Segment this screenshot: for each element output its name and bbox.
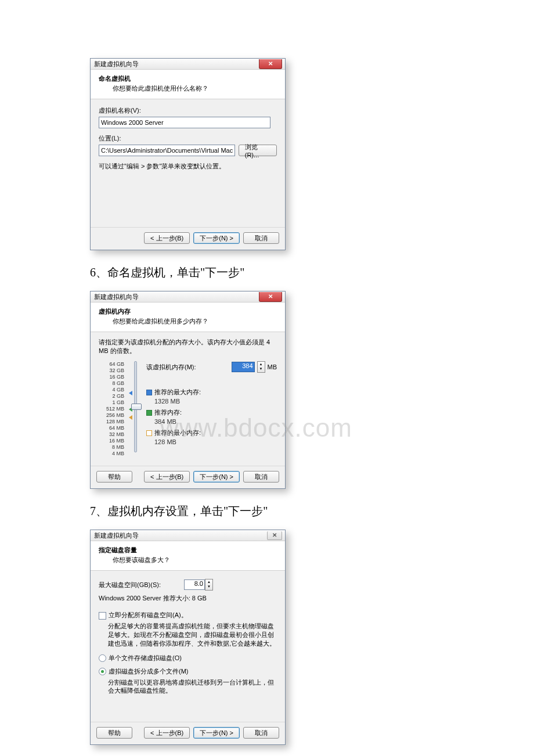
- cancel-button[interactable]: 取消: [243, 471, 279, 483]
- memory-unit: MB: [268, 363, 277, 370]
- vm-name-label: 虚拟机名称(V):: [99, 106, 277, 115]
- disk-size-spinner[interactable]: 8.0: [184, 579, 205, 590]
- marker-max-icon: [129, 391, 132, 395]
- window-title: 新建虚拟机向导: [94, 60, 139, 69]
- edit-hint: 可以通过"编辑 > 参数"菜单来改变默认位置。: [99, 162, 277, 171]
- browse-button[interactable]: 浏览(R)...: [239, 145, 277, 156]
- rec-min-row: 推荐的最小内存:: [146, 429, 277, 437]
- window-title: 新建虚拟机向导: [94, 531, 139, 540]
- window-title: 新建虚拟机向导: [94, 293, 139, 301]
- next-button[interactable]: 下一步(N) >: [193, 727, 240, 739]
- dialog-disk-size: 新建虚拟机向导 ✕ 指定磁盘容量 你想要该磁盘多大？ 最大磁盘空间(GB)(S)…: [90, 530, 286, 745]
- memory-field-label: 该虚拟机内存(M):: [146, 363, 229, 372]
- location-label: 位置(L):: [99, 134, 277, 143]
- cancel-button[interactable]: 取消: [243, 232, 279, 244]
- next-button[interactable]: 下一步(N) >: [193, 232, 240, 244]
- rec-max-row: 推荐的最大内存:: [146, 388, 277, 397]
- dialog-header: 虚拟机内存 你想要给此虚拟机使用多少内存？: [91, 303, 285, 332]
- memory-intro: 请指定要为该虚拟机分配的内存大小。该内存大小值必须是 4 MB 的倍数。: [99, 338, 277, 355]
- caption-7: 7、虚拟机内存设置，单击"下一步": [90, 503, 444, 519]
- memory-spinner[interactable]: 384: [232, 362, 255, 372]
- alloc-all-checkbox[interactable]: [99, 612, 106, 620]
- titlebar: 新建虚拟机向导 ✕: [91, 291, 285, 303]
- button-row: 帮助 < 上一步(B) 下一步(N) > 取消: [91, 722, 285, 744]
- help-button[interactable]: 帮助: [96, 727, 132, 739]
- rec-value: 384 MB: [154, 418, 277, 425]
- back-button[interactable]: < 上一步(B): [144, 471, 190, 483]
- rec-row: 推荐内存:: [146, 408, 277, 417]
- memory-scale: 64 GB 32 GB 16 GB 8 GB 4 GB 2 GB 1 GB 51…: [99, 361, 124, 457]
- rec-min-value: 128 MB: [154, 438, 277, 445]
- single-file-radio[interactable]: [99, 654, 106, 662]
- button-row: < 上一步(B) 下一步(N) > 取消: [91, 227, 285, 250]
- location-input[interactable]: [99, 145, 235, 156]
- dialog-header: 命名虚拟机 你想要给此虚拟机使用什么名称？: [91, 70, 285, 99]
- memory-slider[interactable]: [130, 361, 140, 457]
- split-file-row[interactable]: 虚拟磁盘拆分成多个文件(M): [99, 667, 277, 676]
- next-button[interactable]: 下一步(N) >: [193, 471, 240, 483]
- alloc-all-row[interactable]: 立即分配所有磁盘空间(A)。: [99, 611, 277, 620]
- dialog-vm-memory: 新建虚拟机向导 ✕ 虚拟机内存 你想要给此虚拟机使用多少内存？ 请指定要为该虚拟…: [90, 291, 286, 489]
- recommended-size: Windows 2000 Server 推荐大小: 8 GB: [99, 594, 277, 603]
- button-row: 帮助 < 上一步(B) 下一步(N) > 取消: [91, 466, 285, 488]
- rec-max-value: 1328 MB: [154, 398, 277, 405]
- dialog-header: 指定磁盘容量 你想要该磁盘多大？: [91, 541, 285, 571]
- close-icon[interactable]: ✕: [267, 531, 282, 540]
- dialog-name-vm: 新建虚拟机向导 ✕ 命名虚拟机 你想要给此虚拟机使用什么名称？ 虚拟机名称(V)…: [90, 58, 286, 250]
- spinner-buttons[interactable]: ▲▼: [205, 579, 213, 591]
- slider-thumb[interactable]: [131, 404, 142, 410]
- close-icon[interactable]: ✕: [259, 292, 282, 302]
- alloc-all-desc: 分配足够大的容量将提高虚拟机性能，但要求主机物理磁盘足够大。如现在不分配磁盘空间…: [108, 622, 277, 648]
- header-title: 指定磁盘容量: [99, 546, 277, 555]
- marker-min-icon: [129, 415, 132, 420]
- header-subtitle: 你想要给此虚拟机使用什么名称？: [113, 84, 277, 93]
- cancel-button[interactable]: 取消: [243, 727, 279, 739]
- caption-6: 6、命名虚拟机，单击"下一步": [90, 265, 444, 280]
- max-space-label: 最大磁盘空间(GB)(S):: [99, 581, 161, 589]
- header-title: 虚拟机内存: [99, 307, 277, 316]
- spinner-buttons[interactable]: ▲▼: [257, 361, 265, 373]
- back-button[interactable]: < 上一步(B): [144, 727, 190, 739]
- single-file-row[interactable]: 单个文件存储虚拟磁盘(O): [99, 654, 277, 663]
- header-title: 命名虚拟机: [99, 74, 277, 83]
- close-icon[interactable]: ✕: [259, 59, 282, 69]
- titlebar: 新建虚拟机向导 ✕: [91, 530, 285, 541]
- titlebar: 新建虚拟机向导 ✕: [91, 59, 285, 70]
- header-subtitle: 你想要该磁盘多大？: [113, 556, 277, 564]
- split-file-radio[interactable]: [99, 668, 106, 675]
- split-desc: 分割磁盘可以更容易地将虚拟机迁移到另一台计算机上，但会大幅降低磁盘性能。: [108, 678, 277, 696]
- vm-name-input[interactable]: [99, 117, 270, 128]
- header-subtitle: 你想要给此虚拟机使用多少内存？: [113, 317, 277, 326]
- help-button[interactable]: 帮助: [96, 471, 132, 483]
- back-button[interactable]: < 上一步(B): [144, 232, 190, 244]
